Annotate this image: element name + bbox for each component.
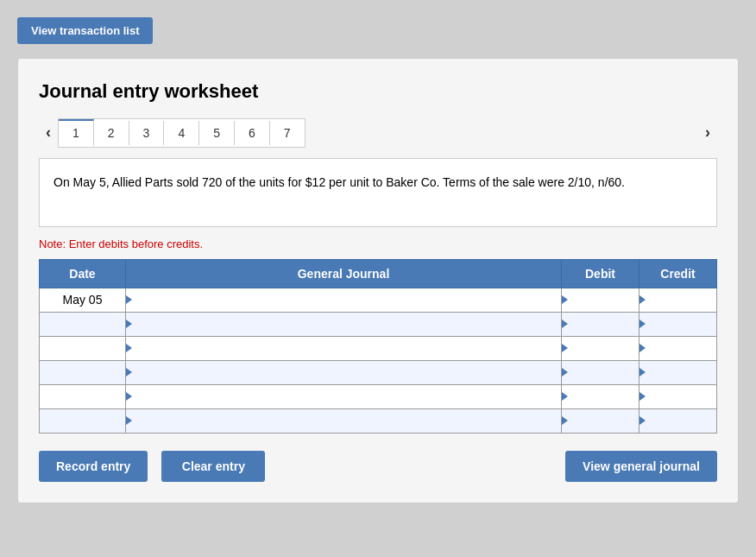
tab-navigation: ‹ 1 2 3 4 5 6 7 ›	[39, 118, 717, 148]
debit-input-5[interactable]	[571, 385, 639, 408]
debit-input-4[interactable]	[571, 361, 639, 384]
tab-list: 1 2 3 4 5 6 7	[58, 118, 306, 148]
view-general-journal-button[interactable]: View general journal	[565, 451, 717, 482]
triangle-icon-debit-5	[562, 392, 568, 401]
tab-7[interactable]: 7	[270, 121, 305, 145]
triangle-icon-debit-6	[562, 416, 568, 425]
triangle-icon-debit-4	[562, 368, 568, 377]
debit-header: Debit	[562, 259, 639, 288]
credit-cell-2[interactable]	[639, 312, 717, 336]
triangle-icon-2	[126, 320, 132, 328]
journal-table: Date General Journal Debit Credit May 05	[39, 259, 717, 434]
debit-cell-6[interactable]	[562, 408, 639, 433]
date-cell-2	[40, 312, 126, 336]
date-cell-5	[40, 384, 126, 408]
bottom-buttons: Record entry Clear entry View general jo…	[39, 451, 717, 482]
general-journal-header: General Journal	[126, 259, 562, 288]
debit-cell-3[interactable]	[562, 336, 639, 360]
tab-5[interactable]: 5	[199, 121, 235, 145]
credit-input-2[interactable]	[649, 313, 716, 336]
gj-input-4[interactable]	[135, 361, 561, 384]
main-card: Journal entry worksheet ‹ 1 2 3 4 5 6 7 …	[17, 58, 739, 503]
credit-header: Credit	[639, 259, 717, 288]
gj-input-1[interactable]	[135, 288, 561, 312]
date-cell-1: May 05	[40, 288, 126, 312]
debit-cell-5[interactable]	[562, 384, 639, 408]
credit-input-5[interactable]	[649, 385, 716, 408]
table-row: May 05	[40, 288, 717, 312]
triangle-icon-credit-3	[639, 344, 646, 352]
credit-cell-3[interactable]	[639, 336, 717, 360]
triangle-icon-4	[126, 368, 132, 377]
credit-cell-1[interactable]	[639, 288, 717, 312]
credit-cell-6[interactable]	[639, 408, 717, 433]
triangle-icon-3	[126, 344, 132, 352]
date-cell-6	[40, 408, 126, 433]
triangle-icon-5	[126, 392, 132, 401]
prev-tab-button[interactable]: ‹	[39, 120, 58, 145]
credit-input-1[interactable]	[649, 288, 716, 312]
tab-4[interactable]: 4	[164, 121, 199, 145]
tab-2[interactable]: 2	[94, 121, 129, 145]
gj-input-3[interactable]	[135, 337, 561, 360]
table-row	[40, 312, 717, 336]
table-row	[40, 360, 717, 384]
gj-cell-5[interactable]	[126, 384, 562, 408]
table-row	[40, 408, 717, 433]
triangle-icon-debit-2	[562, 320, 568, 328]
triangle-icon-credit-4	[639, 368, 646, 377]
gj-cell-2[interactable]	[126, 312, 562, 336]
gj-input-5[interactable]	[135, 385, 561, 408]
triangle-icon-credit-1	[639, 295, 646, 304]
tab-1[interactable]: 1	[59, 119, 94, 147]
date-header: Date	[40, 259, 126, 288]
clear-entry-button[interactable]: Clear entry	[161, 451, 265, 482]
record-entry-button[interactable]: Record entry	[39, 451, 148, 482]
next-tab-button[interactable]: ›	[698, 120, 717, 145]
triangle-icon-6	[126, 416, 132, 425]
debit-input-2[interactable]	[571, 313, 639, 336]
credit-input-4[interactable]	[649, 361, 716, 384]
date-cell-3	[40, 336, 126, 360]
gj-cell-6[interactable]	[126, 408, 562, 433]
gj-input-2[interactable]	[135, 313, 561, 336]
triangle-icon-credit-5	[639, 392, 646, 401]
page-title: Journal entry worksheet	[39, 79, 717, 104]
credit-cell-4[interactable]	[639, 360, 717, 384]
table-row	[40, 336, 717, 360]
debit-input-3[interactable]	[571, 337, 639, 360]
debit-cell-1[interactable]	[562, 288, 639, 312]
gj-cell-4[interactable]	[126, 360, 562, 384]
date-cell-4	[40, 360, 126, 384]
gj-cell-1[interactable]	[126, 288, 562, 312]
triangle-icon-credit-6	[639, 416, 646, 425]
table-row	[40, 384, 717, 408]
note-text: Note: Enter debits before credits.	[39, 237, 717, 250]
triangle-icon-credit-2	[639, 320, 646, 328]
credit-cell-5[interactable]	[639, 384, 717, 408]
gj-input-6[interactable]	[135, 409, 561, 433]
description-box: On May 5, Allied Parts sold 720 of the u…	[39, 158, 717, 227]
triangle-icon-debit-3	[562, 344, 568, 352]
debit-input-1[interactable]	[571, 288, 639, 312]
debit-input-6[interactable]	[571, 409, 639, 433]
debit-cell-4[interactable]	[562, 360, 639, 384]
credit-input-6[interactable]	[649, 409, 716, 433]
view-transaction-list-button[interactable]: View transaction list	[17, 17, 153, 44]
tab-3[interactable]: 3	[129, 121, 165, 145]
tab-6[interactable]: 6	[235, 121, 270, 145]
credit-input-3[interactable]	[649, 337, 716, 360]
triangle-icon-1	[126, 295, 132, 304]
gj-cell-3[interactable]	[126, 336, 562, 360]
debit-cell-2[interactable]	[562, 312, 639, 336]
triangle-icon-debit-1	[562, 295, 568, 304]
